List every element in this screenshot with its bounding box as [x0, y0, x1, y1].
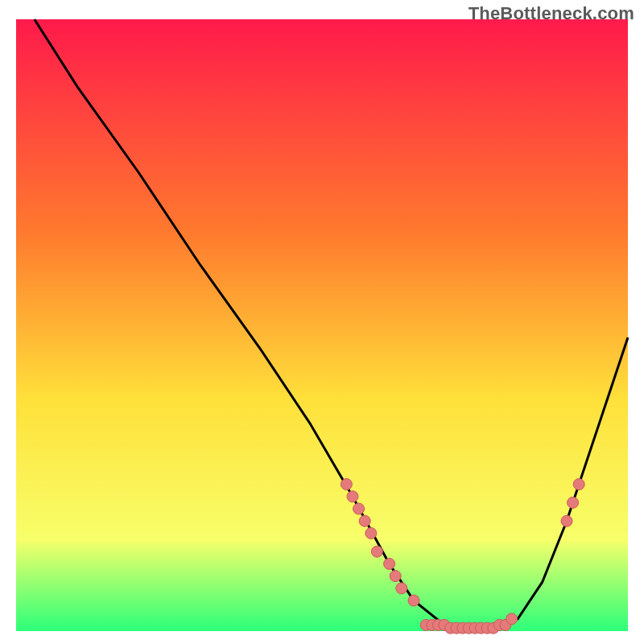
- data-point-marker: [384, 558, 395, 569]
- chart-svg: [16, 19, 628, 631]
- data-point-marker: [568, 497, 579, 508]
- data-point-marker: [390, 571, 401, 582]
- data-point-marker: [506, 613, 518, 625]
- data-point-marker: [396, 583, 407, 594]
- data-point-marker: [341, 479, 352, 490]
- gradient-background: [16, 19, 628, 631]
- chart-container: TheBottleneck.com: [0, 0, 644, 644]
- data-point-marker: [371, 546, 382, 557]
- data-point-marker: [573, 479, 584, 490]
- data-point-marker: [408, 595, 419, 606]
- data-point-marker: [353, 503, 365, 514]
- data-point-marker: [359, 515, 370, 526]
- data-point-marker: [347, 491, 358, 502]
- data-point-marker: [365, 527, 377, 539]
- data-point-marker: [561, 515, 572, 526]
